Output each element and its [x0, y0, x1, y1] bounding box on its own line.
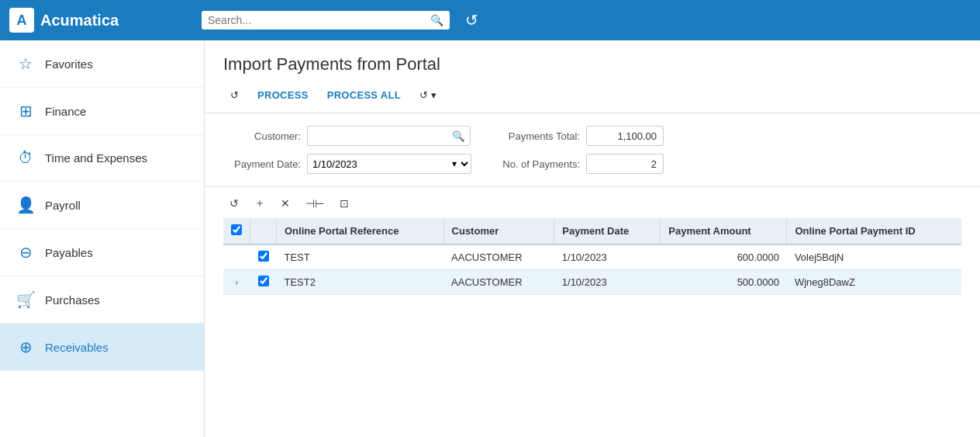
table-add-button[interactable]: ＋ — [248, 193, 271, 213]
customer-row: Customer: 🔍 — [223, 126, 471, 146]
process-label: PROCESS — [257, 89, 309, 101]
payments-total-row: Payments Total: 1,100.00 — [502, 126, 664, 146]
payment-amount-cell: 600.0000 — [661, 245, 787, 270]
dropdown-arrow-icon: ▾ — [431, 89, 437, 101]
table-row: TESTAACUSTOMER1/10/2023600.0000Volej5Bdj… — [223, 245, 961, 270]
row-checkbox[interactable] — [258, 251, 269, 262]
table-header-row: Online Portal Reference Customer Payment… — [223, 218, 961, 245]
col-header-payment-date: Payment Date — [554, 218, 661, 245]
col-header-customer: Customer — [443, 218, 554, 245]
refresh-nav-button[interactable]: ↺ — [456, 6, 488, 34]
payment-date-label: Payment Date: — [223, 158, 301, 170]
app-logo-icon: A — [9, 8, 34, 33]
customer-cell: AACUSTOMER — [443, 270, 554, 295]
refresh-icon: ↺ — [419, 89, 428, 101]
process-all-button[interactable]: PROCESS ALL — [320, 85, 408, 105]
customer-input[interactable] — [308, 128, 447, 144]
person-icon: 👤 — [16, 196, 36, 214]
payment-date-input-wrap[interactable]: ▾ — [307, 154, 471, 174]
page-header: Import Payments from Portal ↺ PROCESS PR… — [205, 40, 980, 113]
col-header-select-all[interactable] — [223, 218, 250, 245]
undo-icon: ↺ — [230, 89, 239, 101]
no-of-payments-label: No. of Payments: — [502, 158, 580, 170]
process-all-label: PROCESS ALL — [327, 89, 401, 101]
sidebar-label-payables: Payables — [45, 246, 93, 259]
sidebar-item-payroll[interactable]: 👤 Payroll — [0, 182, 204, 229]
payment-date-dropdown[interactable]: ▾ — [447, 158, 471, 170]
cart-icon: 🛒 — [16, 290, 36, 309]
expand-cell[interactable]: › — [223, 270, 250, 295]
payments-total-value: 1,100.00 — [586, 126, 664, 146]
customer-input-wrap[interactable]: 🔍 — [307, 126, 471, 146]
sidebar-label-purchases: Purchases — [45, 293, 100, 307]
payments-total-label: Payments Total: — [502, 130, 580, 142]
payment-date-row: Payment Date: ▾ — [223, 154, 471, 174]
search-icon: 🔍 — [430, 14, 443, 26]
table-toolbar: ↺ ＋ ✕ ⊣⊢ ⊡ — [223, 187, 961, 218]
sidebar-label-favorites: Favorites — [45, 57, 93, 71]
sidebar-item-time-expenses[interactable]: ⏱ Time and Expenses — [0, 135, 204, 182]
sidebar-item-payables[interactable]: ⊖ Payables — [0, 229, 204, 276]
no-of-payments-row: No. of Payments: 2 — [502, 154, 664, 174]
customer-search-button[interactable]: 🔍 — [447, 129, 470, 144]
expand-button[interactable]: › — [235, 277, 238, 288]
star-icon: ☆ — [16, 54, 36, 73]
online-portal-payment-id-cell: Volej5BdjN — [787, 245, 961, 270]
table-row: ›TEST2AACUSTOMER1/10/2023500.0000Wjneg8D… — [223, 270, 961, 295]
payment-amount-cell: 500.0000 — [661, 270, 787, 295]
left-form-group: Customer: 🔍 Payment Date: ▾ — [223, 126, 471, 174]
grid-icon: ⊞ — [16, 102, 36, 120]
payments-table: Online Portal Reference Customer Payment… — [223, 218, 961, 295]
customer-cell: AACUSTOMER — [443, 245, 554, 270]
online-portal-reference-cell: TEST2 — [277, 270, 444, 295]
table-export-button[interactable]: ⊡ — [333, 193, 355, 213]
online-portal-payment-id-cell: Wjneg8DawZ — [787, 270, 961, 295]
filter-form: Customer: 🔍 Payment Date: ▾ — [205, 113, 980, 187]
sidebar-item-finance[interactable]: ⊞ Finance — [0, 88, 204, 135]
col-header-payment-amount: Payment Amount — [661, 218, 787, 245]
logo-letter: A — [17, 12, 27, 29]
table-section: ↺ ＋ ✕ ⊣⊢ ⊡ Online Portal Reference Custo… — [205, 187, 980, 437]
clock-icon: ⏱ — [16, 149, 36, 167]
sidebar-label-payroll: Payroll — [45, 199, 81, 212]
expand-cell — [223, 245, 250, 270]
payment-date-input[interactable] — [308, 156, 447, 172]
search-input[interactable] — [208, 14, 426, 26]
sidebar-item-favorites[interactable]: ☆ Favorites — [0, 40, 204, 88]
row-checkbox[interactable] — [258, 276, 269, 286]
main-layout: ☆ Favorites ⊞ Finance ⏱ Time and Expense… — [0, 40, 980, 437]
top-navigation: A Acumatica 🔍 ↺ — [0, 0, 980, 40]
row-checkbox-cell[interactable] — [250, 270, 277, 295]
refresh-dropdown-button[interactable]: ↺ ▾ — [412, 85, 443, 105]
plus-circle-icon: ⊕ — [16, 338, 36, 356]
table-fit-button[interactable]: ⊣⊢ — [299, 193, 330, 213]
select-all-checkbox[interactable] — [231, 224, 242, 235]
logo-area: A Acumatica — [9, 8, 195, 33]
table-refresh-button[interactable]: ↺ — [223, 193, 245, 213]
sidebar-label-receivables: Receivables — [45, 341, 109, 354]
col-header-online-portal-reference: Online Portal Reference — [277, 218, 444, 245]
minus-circle-icon: ⊖ — [16, 243, 36, 262]
online-portal-reference-cell: TEST — [277, 245, 444, 270]
customer-label: Customer: — [223, 130, 301, 142]
no-of-payments-value: 2 — [586, 154, 664, 174]
row-checkbox-cell[interactable] — [250, 245, 277, 270]
sidebar-item-purchases[interactable]: 🛒 Purchases — [0, 276, 204, 324]
toolbar: ↺ PROCESS PROCESS ALL ↺ ▾ — [223, 85, 961, 105]
sidebar-label-finance: Finance — [45, 105, 86, 118]
undo-button[interactable]: ↺ — [223, 85, 246, 105]
process-button[interactable]: PROCESS — [250, 85, 316, 105]
payment-date-cell: 1/10/2023 — [554, 270, 661, 295]
col-header-checkbox — [250, 218, 277, 245]
search-bar[interactable]: 🔍 — [202, 11, 450, 29]
table-delete-button[interactable]: ✕ — [274, 193, 296, 213]
sidebar: ☆ Favorites ⊞ Finance ⏱ Time and Expense… — [0, 40, 205, 437]
col-header-online-portal-payment-id: Online Portal Payment ID — [787, 218, 961, 245]
page-title: Import Payments from Portal — [223, 54, 961, 75]
sidebar-label-time-expenses: Time and Expenses — [45, 151, 147, 165]
payment-date-cell: 1/10/2023 — [554, 245, 661, 270]
content-area: Import Payments from Portal ↺ PROCESS PR… — [205, 40, 980, 437]
right-form-group: Payments Total: 1,100.00 No. of Payments… — [502, 126, 664, 174]
sidebar-item-receivables[interactable]: ⊕ Receivables — [0, 324, 204, 371]
app-name: Acumatica — [40, 12, 119, 29]
